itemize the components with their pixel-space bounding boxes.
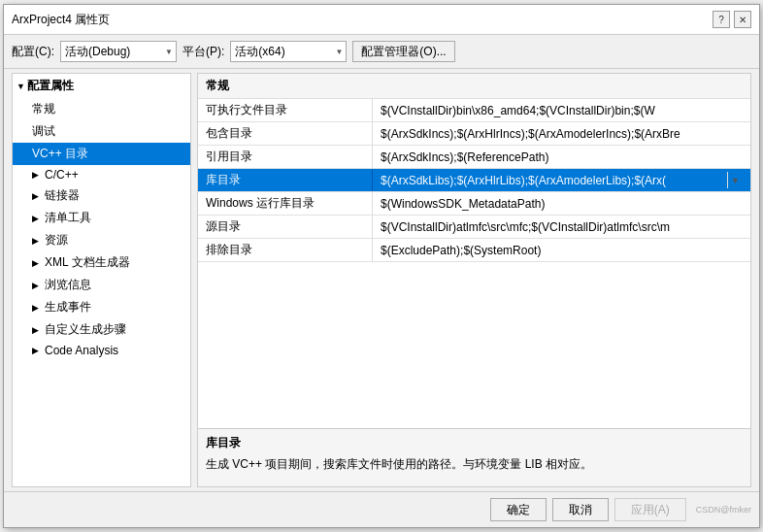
chevron-right-icon: ▶ — [32, 325, 39, 335]
sidebar-item-resources[interactable]: ▶ 资源 — [13, 229, 190, 251]
prop-name: 库目录 — [198, 169, 373, 191]
prop-name: 引用目录 — [198, 146, 373, 168]
table-row: 排除目录 $(ExcludePath);$(SystemRoot) — [198, 239, 750, 262]
prop-value[interactable]: $(VCInstallDir)atlmfc\src\mfc;$(VCInstal… — [373, 216, 750, 238]
sidebar-item-browser[interactable]: ▶ 浏览信息 — [13, 274, 190, 296]
prop-name: 可执行文件目录 — [198, 99, 373, 121]
footer: 确定 取消 应用(A) CSDN@fmker — [4, 491, 759, 527]
config-label: 配置(C): — [12, 44, 54, 60]
prop-name: 排除目录 — [198, 239, 373, 261]
prop-name: Windows 运行库目录 — [198, 192, 373, 215]
platform-select-wrapper: 活动(x64) — [230, 41, 347, 62]
sidebar-item-xml-gen[interactable]: ▶ XML 文档生成器 — [13, 251, 190, 274]
chevron-right-icon: ▶ — [32, 346, 39, 355]
sidebar-item-label: 生成事件 — [45, 299, 91, 316]
sidebar-item-label: 自定义生成步骤 — [45, 321, 126, 338]
prop-name: 源目录 — [198, 216, 373, 238]
sidebar-item-label: 清单工具 — [45, 210, 91, 226]
sidebar-item-label: 资源 — [45, 232, 68, 249]
chevron-right-icon: ▶ — [32, 281, 39, 290]
config-manager-button[interactable]: 配置管理器(O)... — [352, 41, 454, 62]
prop-value[interactable]: $(ArxSdkLibs);$(ArxHlrLibs);$(ArxAmodele… — [373, 169, 750, 191]
chevron-right-icon: ▶ — [32, 303, 39, 313]
sidebar-item-label: XML 文档生成器 — [45, 254, 130, 271]
section-label: 常规 — [206, 79, 229, 92]
sidebar-item-debug[interactable]: 调试 — [13, 120, 190, 143]
chevron-right-icon: ▶ — [32, 258, 39, 268]
platform-select[interactable]: 活动(x64) — [230, 41, 347, 62]
cancel-button[interactable]: 取消 — [552, 498, 609, 521]
sidebar-item-label: 常规 — [32, 101, 55, 117]
prop-value[interactable]: $(ExcludePath);$(SystemRoot) — [373, 239, 750, 261]
dialog-title: ArxProject4 属性页 — [12, 12, 110, 28]
sidebar-item-label: 浏览信息 — [45, 277, 91, 293]
table-row-selected: 库目录 $(ArxSdkLibs);$(ArxHlrLibs);$(ArxAmo… — [198, 169, 750, 192]
sidebar-item-general[interactable]: 常规 — [13, 98, 190, 120]
chevron-right-icon: ▶ — [32, 214, 39, 223]
sidebar-section-label: 配置属性 — [27, 78, 74, 94]
sidebar: ▼ 配置属性 常规 调试 VC++ 目录 ▶ C/C++ ▶ 链接器 ▶ — [12, 73, 191, 487]
main-dialog: ArxProject4 属性页 ? ✕ 配置(C): 活动(Debug) 平台(… — [3, 4, 760, 528]
sidebar-item-label: 链接器 — [45, 187, 80, 204]
sidebar-section-header[interactable]: ▼ 配置属性 — [13, 74, 190, 98]
help-button[interactable]: ? — [713, 11, 730, 28]
content-panel: 常规 可执行文件目录 $(VCInstallDir)bin\x86_amd64;… — [197, 73, 751, 487]
chevron-down-icon: ▼ — [17, 82, 25, 91]
sidebar-item-label: Code Analysis — [45, 344, 118, 357]
prop-value[interactable]: $(WindowsSDK_MetadataPath) — [373, 192, 750, 215]
table-row: Windows 运行库目录 $(WindowsSDK_MetadataPath) — [198, 192, 750, 216]
config-select-wrapper: 活动(Debug) — [60, 41, 177, 62]
chevron-right-icon: ▶ — [32, 236, 39, 246]
sidebar-item-manifest[interactable]: ▶ 清单工具 — [13, 207, 190, 229]
description-title: 库目录 — [206, 435, 743, 451]
description-area: 库目录 生成 VC++ 项目期间，搜索库文件时使用的路径。与环境变量 LIB 相… — [198, 428, 750, 486]
toolbar-row: 配置(C): 活动(Debug) 平台(P): 活动(x64) 配置管理器(O)… — [4, 35, 759, 69]
title-bar: ArxProject4 属性页 ? ✕ — [4, 5, 759, 35]
platform-label: 平台(P): — [182, 44, 224, 60]
main-area: ▼ 配置属性 常规 调试 VC++ 目录 ▶ C/C++ ▶ 链接器 ▶ — [4, 69, 759, 491]
chevron-right-icon: ▶ — [32, 191, 39, 201]
properties-table: 可执行文件目录 $(VCInstallDir)bin\x86_amd64;$(V… — [198, 99, 750, 428]
description-text: 生成 VC++ 项目期间，搜索库文件时使用的路径。与环境变量 LIB 相对应。 — [206, 455, 743, 473]
table-row: 包含目录 $(ArxSdkIncs);$(ArxHlrIncs);$(ArxAm… — [198, 122, 750, 146]
sidebar-item-label: 调试 — [32, 123, 55, 140]
sidebar-item-linker[interactable]: ▶ 链接器 — [13, 184, 190, 207]
sidebar-item-vc-dirs[interactable]: VC++ 目录 — [13, 143, 190, 165]
sidebar-item-label: VC++ 目录 — [32, 146, 88, 162]
table-row: 引用目录 $(ArxSdkIncs);$(ReferencePath) — [198, 146, 750, 169]
ok-button[interactable]: 确定 — [490, 498, 547, 521]
sidebar-item-cpp[interactable]: ▶ C/C++ — [13, 165, 190, 184]
watermark: CSDN@fmker — [696, 505, 751, 515]
sidebar-item-code-analysis[interactable]: ▶ Code Analysis — [13, 341, 190, 360]
table-row: 源目录 $(VCInstallDir)atlmfc\src\mfc;$(VCIn… — [198, 216, 750, 239]
sidebar-item-custom-build[interactable]: ▶ 自定义生成步骤 — [13, 318, 190, 341]
sidebar-item-label: C/C++ — [45, 168, 79, 182]
title-buttons: ? ✕ — [713, 11, 751, 28]
content-section-header: 常规 — [198, 74, 750, 99]
apply-button[interactable]: 应用(A) — [614, 498, 686, 521]
chevron-right-icon: ▶ — [32, 170, 39, 180]
close-button[interactable]: ✕ — [734, 11, 751, 28]
prop-value[interactable]: $(ArxSdkIncs);$(ArxHlrIncs);$(ArxAmodele… — [373, 122, 750, 145]
edit-dropdown-button[interactable]: ▼ — [727, 172, 743, 188]
prop-value[interactable]: $(VCInstallDir)bin\x86_amd64;$(VCInstall… — [373, 99, 750, 121]
prop-value[interactable]: $(ArxSdkIncs);$(ReferencePath) — [373, 146, 750, 168]
config-select[interactable]: 活动(Debug) — [60, 41, 177, 62]
sidebar-item-build-events[interactable]: ▶ 生成事件 — [13, 296, 190, 318]
prop-name: 包含目录 — [198, 122, 373, 145]
table-row: 可执行文件目录 $(VCInstallDir)bin\x86_amd64;$(V… — [198, 99, 750, 122]
